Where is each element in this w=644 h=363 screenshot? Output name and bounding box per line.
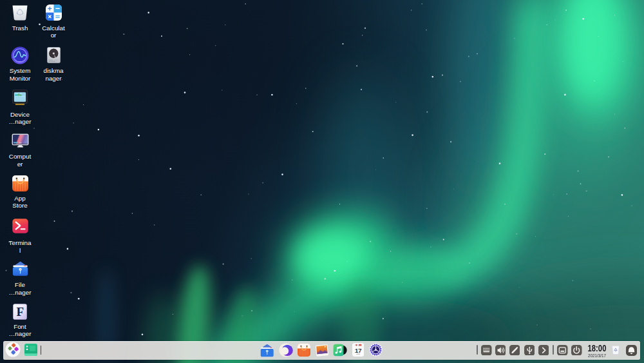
- svg-text:F: F: [16, 305, 24, 319]
- svg-text:17: 17: [354, 346, 361, 353]
- svg-text:info: info: [15, 93, 22, 97]
